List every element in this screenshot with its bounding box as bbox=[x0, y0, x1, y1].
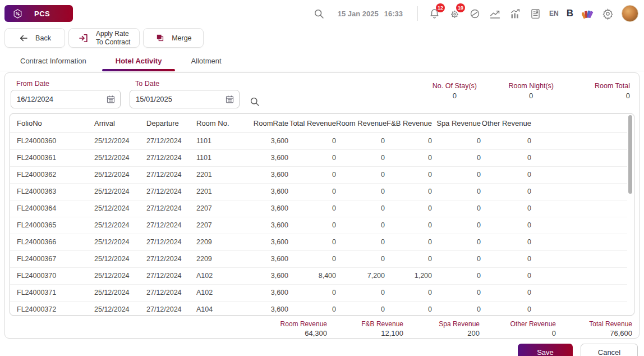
stat-room-nights: Room Night(s) 0 bbox=[508, 82, 554, 100]
filter-row: From Date To Date bbox=[10, 79, 634, 113]
topbar-actions: 15 Jan 2025 16:33 12 10 bbox=[313, 5, 638, 22]
merge-button[interactable]: Merge bbox=[143, 28, 204, 48]
table-body: FL2400036025/12/202427/12/202411013,6000… bbox=[10, 133, 627, 316]
column-header[interactable]: Other Revenue bbox=[481, 114, 531, 133]
apply-rate-button[interactable]: Apply Rate To Contract bbox=[68, 28, 140, 48]
table-row[interactable]: FL2400037225/12/202427/12/2024A1043,6000… bbox=[10, 301, 627, 316]
table-row[interactable]: FL2400036025/12/202427/12/202411013,6000… bbox=[10, 133, 627, 149]
settings-gear-icon[interactable] bbox=[601, 7, 614, 20]
tab-hotel-activity[interactable]: Hotel Activity bbox=[101, 52, 177, 71]
table-header-row: FolioNoArrivalDepartureRoom No.RoomRateT… bbox=[10, 114, 627, 133]
tab-allotment[interactable]: Allotment bbox=[176, 52, 236, 71]
brand-text: PCS bbox=[34, 10, 50, 18]
table-scrollbar[interactable] bbox=[628, 115, 632, 194]
table-row[interactable]: FL2400036325/12/202427/12/202422013,6000… bbox=[10, 183, 627, 200]
hotel-activity-panel: From Date To Date bbox=[4, 72, 640, 339]
column-header[interactable]: Room Revenue bbox=[336, 114, 385, 133]
bold-b-button[interactable]: B bbox=[567, 8, 573, 19]
total-fb-revenue: F&B Revenue 12,100 bbox=[354, 320, 403, 337]
table-row[interactable]: FL2400036125/12/202427/12/202411013,6000… bbox=[10, 149, 627, 166]
column-header[interactable]: Room No. bbox=[196, 114, 252, 133]
block-icon[interactable] bbox=[468, 7, 481, 20]
calendar-icon[interactable] bbox=[225, 94, 234, 104]
tab-bar: Contract Information Hotel Activity Allo… bbox=[0, 52, 644, 71]
cancel-button[interactable]: Cancel bbox=[581, 344, 638, 356]
active-tab-underline bbox=[102, 69, 176, 71]
gear-globe-badge: 10 bbox=[456, 3, 465, 12]
total-room-revenue: Room Revenue 64,300 bbox=[278, 320, 327, 337]
current-time: 16:33 bbox=[384, 10, 403, 18]
stat-room-total: Room Total 0 bbox=[585, 82, 630, 100]
apply-rate-label: Apply Rate To Contract bbox=[96, 30, 130, 46]
notifications-bell-icon[interactable]: 12 bbox=[428, 7, 440, 20]
palette-icon[interactable] bbox=[581, 7, 594, 20]
table-row[interactable]: FL2400037025/12/202427/12/2024A1023,6008… bbox=[10, 267, 627, 284]
bell-badge: 12 bbox=[436, 3, 445, 12]
stat-no-of-stays: No. Of Stay(s) 0 bbox=[432, 82, 477, 100]
table-row[interactable]: FL2400036425/12/202427/12/202422073,6000… bbox=[10, 200, 627, 217]
datetime: 15 Jan 2025 16:33 bbox=[338, 10, 403, 18]
report-icon[interactable] bbox=[529, 7, 541, 20]
column-header[interactable]: RoomRate bbox=[252, 114, 288, 133]
line-chart-icon[interactable] bbox=[489, 7, 501, 20]
action-buttons: Save Cancel bbox=[0, 339, 644, 356]
current-date: 15 Jan 2025 bbox=[338, 10, 379, 18]
merge-icon bbox=[155, 33, 165, 43]
column-header[interactable]: FolioNo bbox=[10, 114, 94, 133]
toolbar: Back Apply Rate To Contract Merge bbox=[0, 27, 644, 52]
user-avatar[interactable] bbox=[622, 5, 638, 22]
app-logo[interactable]: PCS bbox=[4, 5, 73, 22]
merge-label: Merge bbox=[172, 34, 191, 42]
topbar: PCS 15 Jan 2025 16:33 12 bbox=[0, 0, 644, 27]
from-date-input[interactable] bbox=[11, 90, 121, 108]
calendar-icon[interactable] bbox=[106, 94, 116, 104]
table-row[interactable]: FL2400037125/12/202427/12/2024A1023,6000… bbox=[10, 284, 627, 301]
back-label: Back bbox=[35, 34, 51, 42]
to-date-label: To Date bbox=[135, 80, 240, 88]
from-date-field: From Date bbox=[11, 80, 121, 108]
column-header[interactable]: F&B Revenue bbox=[385, 114, 432, 133]
search-icon[interactable] bbox=[313, 7, 325, 20]
table-row[interactable]: FL2400036625/12/202427/12/202422093,6000… bbox=[10, 234, 627, 250]
language-selector[interactable]: EN bbox=[549, 10, 559, 17]
back-button[interactable]: Back bbox=[4, 28, 65, 48]
to-date-field: To Date bbox=[130, 80, 240, 108]
to-date-value[interactable] bbox=[136, 95, 225, 103]
table-row[interactable]: FL2400036725/12/202427/12/202422093,6000… bbox=[10, 250, 627, 267]
folio-table-container: FolioNoArrivalDepartureRoom No.RoomRateT… bbox=[10, 113, 634, 316]
summary-stats: No. Of Stay(s) 0 Room Night(s) 0 Room To… bbox=[432, 80, 632, 100]
filter-search-icon[interactable] bbox=[247, 94, 262, 109]
save-button[interactable]: Save bbox=[518, 344, 573, 356]
back-arrow-icon bbox=[19, 33, 29, 43]
total-spa-revenue: Spa Revenue 200 bbox=[430, 320, 480, 337]
totals-row: Room Revenue 64,300 F&B Revenue 12,100 S… bbox=[10, 316, 634, 337]
column-header[interactable]: Arrival bbox=[94, 114, 146, 133]
bar-chart-icon[interactable] bbox=[509, 7, 521, 20]
table-row[interactable]: FL2400036525/12/202427/12/202422073,6000… bbox=[10, 217, 627, 234]
to-date-input[interactable] bbox=[130, 90, 240, 108]
column-header[interactable]: Spa Revenue bbox=[432, 114, 481, 133]
total-other-revenue: Other Revenue 0 bbox=[507, 320, 556, 337]
total-total-revenue: Total Revenue 76,600 bbox=[583, 320, 632, 337]
column-header[interactable]: Total Revenue bbox=[288, 114, 336, 133]
table-row[interactable]: FL2400036225/12/202427/12/202422013,6000… bbox=[10, 166, 627, 183]
column-header[interactable]: Departure bbox=[146, 114, 196, 133]
apply-rate-icon bbox=[78, 33, 89, 44]
from-date-value[interactable] bbox=[17, 95, 106, 103]
hexagon-logo-icon bbox=[12, 8, 23, 19]
from-date-label: From Date bbox=[16, 80, 121, 88]
tab-contract-information[interactable]: Contract Information bbox=[6, 52, 101, 71]
divider bbox=[417, 6, 418, 21]
folio-table: FolioNoArrivalDepartureRoom No.RoomRateT… bbox=[10, 114, 627, 316]
gear-globe-icon[interactable]: 10 bbox=[448, 7, 461, 20]
